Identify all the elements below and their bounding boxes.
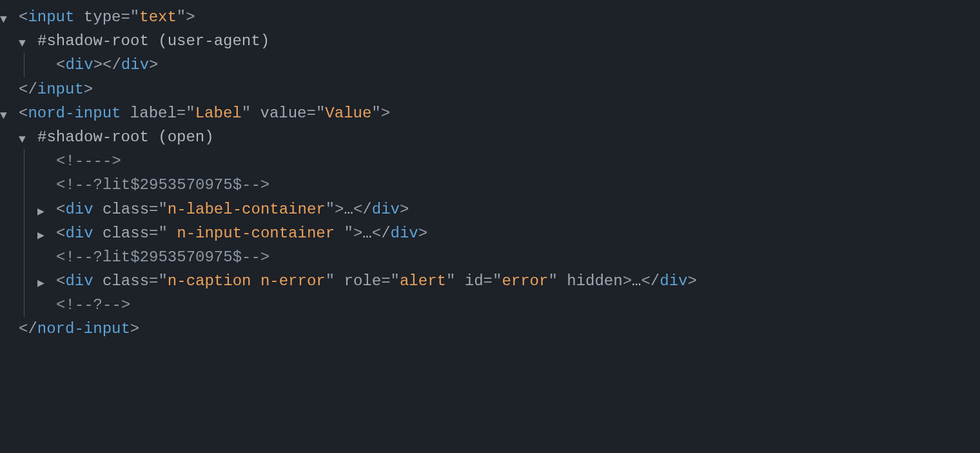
dom-node-input-open[interactable]: <input type="text"> [0,5,980,29]
tree-guide-line [19,245,37,269]
disclosure-triangle-right-icon[interactable] [37,273,56,289]
dom-comment-node[interactable]: <!--?lit$2953570975$--> [0,245,980,269]
code-text: <nord-input label="Label" value="Value"> [19,101,390,125]
dom-node-div-label-container[interactable]: <div class="n-label-container">…</div> [0,197,980,221]
shadow-root-label: #shadow-root (user-agent) [37,29,270,53]
comment-text: <!--?lit$2953570975$--> [56,173,270,197]
code-text: <input type="text"> [19,5,195,29]
tree-guide-line [19,173,37,197]
tree-guide-line [19,293,37,317]
shadow-root-label: #shadow-root (open) [37,125,214,149]
comment-text: <!--?--> [56,293,130,317]
dom-shadow-root-user-agent[interactable]: #shadow-root (user-agent) [0,29,980,53]
dom-comment-node[interactable]: <!----> [0,149,980,173]
tree-guide-line [19,269,37,293]
tree-guide-line [19,221,37,245]
tree-guide-line [19,197,37,221]
code-text: <div class="n-caption n-error" role="ale… [56,269,697,293]
dom-node-input-close[interactable]: </input> [0,77,980,101]
dom-comment-node[interactable]: <!--?lit$2953570975$--> [0,173,980,197]
dom-node-nord-input-close[interactable]: </nord-input> [0,317,980,341]
disclosure-triangle-down-icon[interactable] [0,9,19,25]
code-text: <div></div> [56,53,158,77]
code-text: <div class=" n-input-container ">…</div> [56,221,427,245]
comment-text: <!----> [56,149,121,173]
dom-comment-node[interactable]: <!--?--> [0,293,980,317]
disclosure-triangle-right-icon[interactable] [37,201,56,217]
comment-text: <!--?lit$2953570975$--> [56,245,270,269]
disclosure-triangle-down-icon[interactable] [0,105,19,121]
dom-shadow-root-open[interactable]: #shadow-root (open) [0,125,980,149]
dom-node-div-input-container[interactable]: <div class=" n-input-container ">…</div> [0,221,980,245]
disclosure-triangle-down-icon[interactable] [19,129,37,145]
dom-node-div-caption-error[interactable]: <div class="n-caption n-error" role="ale… [0,269,980,293]
tree-guide-line [19,53,37,77]
code-text: <div class="n-label-container">…</div> [56,197,409,221]
dom-node-nord-input-open[interactable]: <nord-input label="Label" value="Value"> [0,101,980,125]
disclosure-triangle-down-icon[interactable] [19,33,37,49]
code-text: </nord-input> [19,317,139,341]
dom-node-div-empty[interactable]: <div></div> [0,53,980,77]
code-text: </input> [19,77,93,101]
tree-guide-line [19,149,37,173]
disclosure-triangle-right-icon[interactable] [37,225,56,241]
